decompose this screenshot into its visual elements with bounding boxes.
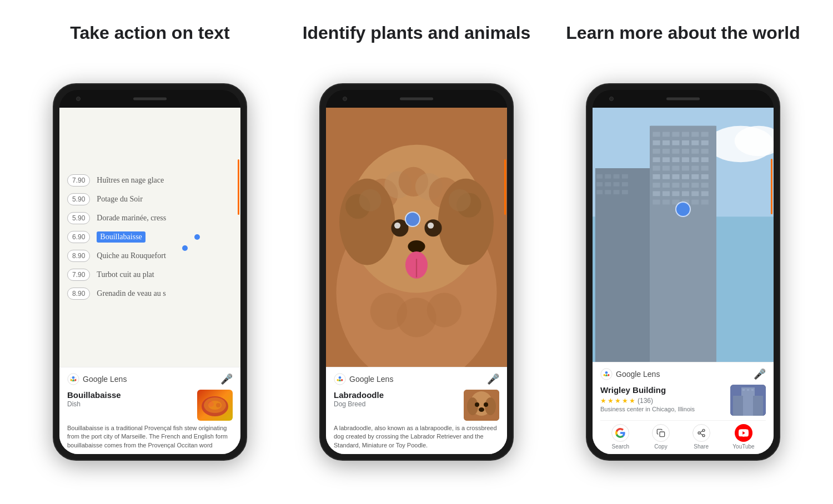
google-lens-icon-1 [67,373,79,385]
svg-rect-83 [663,174,670,179]
main-columns: Take action on text 7.90 Huîtres en nage… [11,22,822,461]
result-thumb-3 [730,385,766,416]
svg-rect-100 [653,200,660,205]
lens-header-1: Google Lens 🎤 [67,373,233,385]
youtube-icon-circle [735,424,752,442]
svg-rect-86 [691,174,699,179]
svg-point-45 [479,407,484,412]
action-buttons-row: Search Copy [600,420,766,450]
svg-rect-65 [663,149,670,154]
svg-rect-110 [622,174,628,179]
star-rating: ★ ★ ★ ★ ★ (136) [600,397,726,405]
phone1-screen: 7.90 Huîtres en nage glace 5.90 Potage d… [59,108,240,454]
svg-rect-111 [596,182,603,187]
svg-line-135 [700,431,702,432]
svg-point-43 [475,402,479,407]
svg-rect-118 [622,190,628,194]
menu-text-6: Turbot cuit au plat [97,270,154,279]
svg-rect-107 [596,174,603,179]
lens-header-3: Google Lens 🎤 [600,368,766,380]
lens-dot-dog [405,211,420,227]
svg-rect-54 [672,132,679,137]
result-row-3: Wrigley Building ★ ★ ★ ★ ★ (136) Busines… [600,385,766,416]
svg-rect-52 [653,132,660,137]
action-youtube[interactable]: YouTube [732,424,754,450]
svg-rect-109 [614,174,620,179]
action-share[interactable]: Share [693,424,710,450]
svg-rect-96 [672,191,679,196]
svg-rect-73 [682,157,689,162]
search-action-label: Search [611,443,629,450]
action-copy[interactable]: Copy [652,424,670,450]
svg-rect-97 [682,191,689,196]
svg-rect-130 [660,432,665,437]
svg-rect-98 [691,191,699,196]
svg-rect-89 [663,183,670,188]
phone-2: Google Lens 🎤 Labradoodle Dog Breed [319,83,514,461]
col3-title: Learn more about the world [566,22,800,67]
menu-price-4: 6.90 [67,231,90,243]
column-world: Learn more about the world [550,22,816,461]
youtube-action-label: YouTube [732,443,754,450]
phone3-speaker [666,98,700,100]
svg-rect-57 [701,132,709,137]
result-subtitle-1: Dish [67,400,193,408]
phone3-bottom-panel: Google Lens 🎤 Wrigley Building ★ ★ ★ [593,362,774,454]
svg-rect-95 [663,191,670,196]
svg-rect-84 [672,174,679,179]
svg-point-8 [208,401,222,410]
svg-rect-80 [691,166,699,171]
mic-icon-2[interactable]: 🎤 [487,373,499,385]
menu-price-7: 8.90 [67,288,90,300]
svg-rect-74 [691,157,699,162]
lens-header-2: Google Lens 🎤 [334,373,499,385]
svg-rect-101 [663,200,670,205]
menu-item-5: 8.90 Quiche au Rouquefort [59,246,240,265]
svg-point-37 [337,379,339,381]
svg-rect-115 [596,190,603,194]
svg-point-2 [71,379,73,381]
svg-rect-59 [663,140,670,145]
star-3: ★ [615,397,621,405]
mic-icon-1[interactable]: 🎤 [220,373,233,385]
google-lens-icon-2 [334,373,346,385]
youtube-play-icon [739,429,749,437]
svg-point-38 [341,379,343,381]
svg-rect-85 [682,174,689,179]
svg-rect-79 [682,166,689,171]
result-info-2: Labradoodle Dog Breed [334,390,459,409]
menu-price-1: 7.90 [67,174,90,187]
menu-text-5: Quiche au Rouquefort [97,251,165,260]
svg-rect-129 [751,389,754,391]
menu-item-3: 5.90 Dorade marinée, cress [59,209,240,228]
mic-icon-3[interactable]: 🎤 [754,368,766,380]
scroll-bar-3 [771,159,772,214]
action-search[interactable]: Search [611,424,629,450]
search-icon-circle [611,424,629,442]
result-info-1: Bouillabaisse Dish [67,390,193,409]
lens-logo-text-2: Google Lens [349,375,393,384]
dog-svg [326,108,507,367]
svg-rect-71 [663,157,670,162]
svg-rect-76 [653,166,660,171]
menu-price-3: 5.90 [67,212,90,224]
dog-thumb-svg [464,390,499,421]
copy-icon [656,429,665,437]
svg-rect-94 [653,191,660,196]
phone2-bottom-panel: Google Lens 🎤 Labradoodle Dog Breed [326,367,507,454]
svg-point-24 [449,189,471,211]
svg-rect-55 [682,132,689,137]
star-4: ★ [622,397,628,405]
result-title-1: Bouillabaisse [67,390,193,401]
svg-point-132 [698,432,700,434]
phone2-top-bar [326,90,507,108]
svg-point-36 [339,376,342,379]
review-count: (136) [638,397,653,405]
building-thumbnail-img [730,385,766,416]
svg-rect-58 [653,140,660,145]
result-desc-2: A labradoodle, also known as a labrapood… [334,424,499,450]
result-location: Business center in Chicago, Illinois [600,406,726,412]
svg-rect-125 [733,396,743,416]
food-thumbnail-img [197,390,233,421]
scroll-bar-2 [504,159,506,215]
